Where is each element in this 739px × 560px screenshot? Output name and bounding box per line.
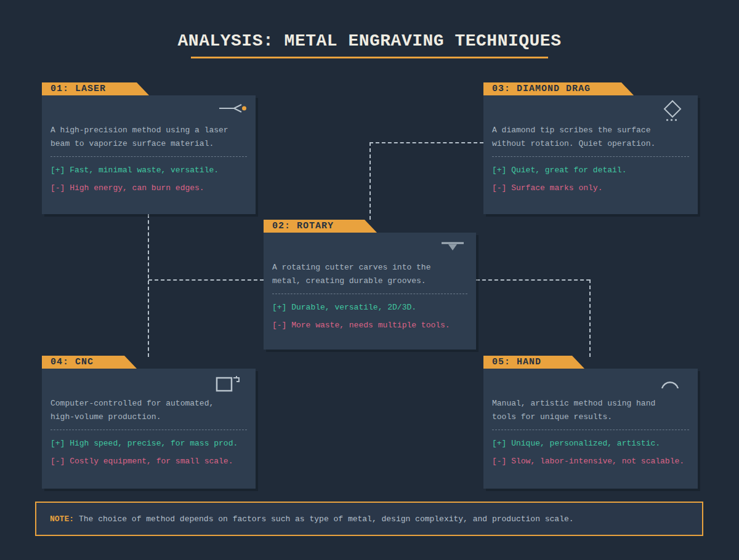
description-line: tools for unique results. (492, 410, 689, 424)
hand-tool-icon (660, 377, 680, 390)
con-line: [-] Slow, labor-intensive, not scalable. (492, 455, 689, 468)
con-line: [-] Costly equipment, for small scale. (50, 455, 247, 468)
description-line: Computer-controlled for automated, (50, 397, 247, 410)
pro-line: [+] Durable, versatile, 2D/3D. (272, 302, 467, 314)
con-line: [-] More waste, needs multiple tools. (272, 319, 467, 332)
pro-line: [+] Quiet, great for detail. (492, 164, 689, 177)
pro-line: [+] Fast, minimal waste, versatile. (50, 164, 247, 177)
pro-line: [+] Unique, personalized, artistic. (492, 438, 689, 450)
card-tab: 05: HAND (483, 356, 584, 369)
rotary-cutter-icon (440, 241, 465, 253)
connector-rotary-to-hand (589, 279, 591, 357)
card-description: Manual, artistic method using hand tools… (492, 397, 689, 424)
description-line: A high-precision method using a laser (50, 124, 247, 137)
card-tab-label: 01: LASER (50, 84, 106, 94)
connector-rotary-horizontal (476, 279, 590, 281)
note-text: The choice of method depends on factors … (79, 514, 574, 524)
cnc-machine-icon (216, 375, 241, 392)
card-tab: 04: CNC (42, 356, 137, 369)
divider (50, 156, 247, 157)
card-rotary: 02: ROTARY A rotating cutter carves into… (264, 220, 476, 350)
divider (272, 294, 467, 294)
card-description: Computer-controlled for automated, high-… (50, 397, 247, 424)
description-line: beam to vaporize surface material. (50, 137, 247, 151)
card-tab-label: 05: HAND (492, 357, 541, 367)
description-line: A diamond tip scribes the surface (492, 124, 689, 137)
description-line: metal, creating durable grooves. (272, 274, 467, 288)
card-tab-label: 03: DIAMOND DRAG (492, 84, 591, 94)
infographic-canvas: ANALYSIS: METAL ENGRAVING TECHNIQUES 01:… (0, 0, 739, 560)
description-line: high-volume production. (50, 410, 247, 424)
con-line: [-] Surface marks only. (492, 182, 689, 194)
card-description: A rotating cutter carves into the metal,… (272, 261, 467, 288)
card-tab-label: 02: ROTARY (272, 221, 334, 231)
connector-diamond-to-rotary (370, 142, 371, 220)
card-laser: 01: LASER A high-precision method using … (42, 82, 256, 214)
card-tab: 02: ROTARY (264, 220, 377, 233)
note-box: NOTE: The choice of method depends on fa… (35, 502, 703, 536)
connector-laser-to-cnc (148, 214, 149, 357)
header: ANALYSIS: METAL ENGRAVING TECHNIQUES (0, 0, 739, 58)
card-body: Manual, artistic method using hand tools… (483, 369, 698, 489)
card-body: A diamond tip scribes the surface withou… (483, 95, 698, 214)
description-line: without rotation. Quiet operation. (492, 137, 689, 151)
divider (492, 156, 689, 157)
card-body: A high-precision method using a laser be… (42, 95, 256, 214)
card-tab: 03: DIAMOND DRAG (483, 82, 634, 95)
description-line: A rotating cutter carves into the (272, 261, 467, 274)
card-tab-label: 04: CNC (50, 357, 94, 367)
connector-diamond-horizontal (370, 142, 483, 143)
laser-beam-icon (218, 101, 248, 116)
con-line: [-] High energy, can burn edges. (50, 182, 247, 194)
card-body: Computer-controlled for automated, high-… (42, 369, 256, 489)
card-cnc: 04: CNC Computer-controlled for automate… (42, 356, 256, 489)
divider (492, 430, 689, 430)
card-hand: 05: HAND Manual, artistic method using h… (483, 356, 698, 489)
card-body: A rotating cutter carves into the metal,… (264, 233, 476, 350)
diamond-tip-icon (663, 99, 682, 122)
page-title: ANALYSIS: METAL ENGRAVING TECHNIQUES (0, 32, 739, 50)
card-description: A high-precision method using a laser be… (50, 124, 247, 151)
card-diamond-drag: 03: DIAMOND DRAG A diamond tip scribes t… (483, 82, 698, 214)
pro-line: [+] High speed, precise, for mass prod. (50, 438, 247, 450)
description-line: Manual, artistic method using hand (492, 397, 689, 410)
note-label: NOTE: (50, 514, 74, 524)
card-tab: 01: LASER (42, 82, 149, 95)
card-description: A diamond tip scribes the surface withou… (492, 124, 689, 151)
connector-laser-to-rotary (148, 279, 264, 281)
divider (50, 430, 247, 430)
title-underline (191, 57, 548, 58)
